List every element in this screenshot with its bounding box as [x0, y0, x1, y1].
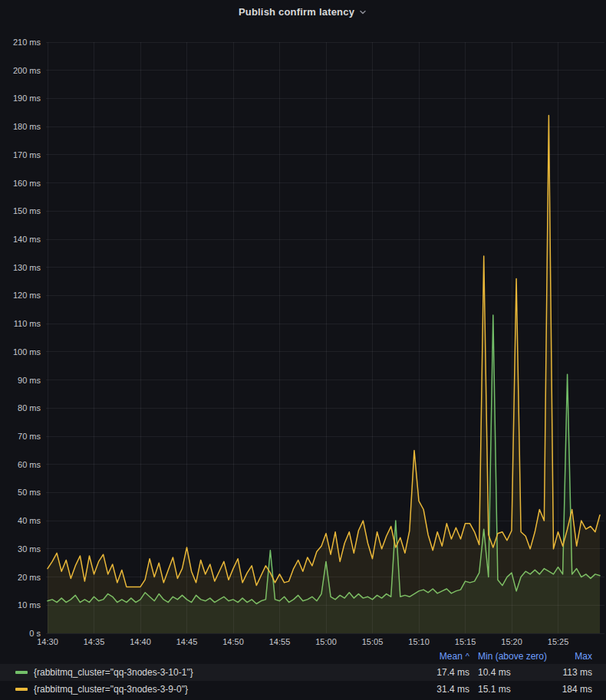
panel-title: Publish confirm latency — [239, 6, 354, 18]
legend-col-max[interactable]: Max — [556, 651, 592, 662]
y-axis-label: 150 ms — [13, 206, 41, 215]
y-axis-label: 210 ms — [13, 38, 41, 47]
x-axis-label: 15:00 — [315, 637, 337, 646]
x-axis-label: 15:15 — [455, 637, 476, 646]
y-axis-label: 180 ms — [13, 122, 41, 131]
x-axis-label: 15:10 — [408, 637, 430, 646]
series-color-swatch[interactable] — [15, 688, 28, 691]
legend-series-cell: {rabbitmq_cluster="qq-3nodes-3-9-0"} — [0, 684, 408, 695]
y-axis-label: 160 ms — [13, 179, 41, 188]
x-axis-label: 14:45 — [176, 637, 198, 646]
x-axis-label: 14:40 — [130, 637, 151, 646]
series-mean-value: 17.4 ms — [408, 667, 469, 678]
series-color-swatch[interactable] — [15, 671, 28, 674]
legend-col-mean-label: Mean — [440, 651, 463, 662]
y-axis-label: 90 ms — [18, 376, 41, 385]
legend-series-cell: {rabbitmq_cluster="qq-3nodes-3-10-1"} — [0, 667, 408, 678]
x-axis-label: 14:30 — [37, 637, 58, 646]
series-max-value: 113 ms — [556, 667, 592, 678]
legend-col-mean[interactable]: Mean^ — [408, 651, 469, 662]
y-axis-label: 130 ms — [13, 263, 41, 272]
legend-rows: {rabbitmq_cluster="qq-3nodes-3-10-1"} 17… — [0, 664, 606, 698]
x-axis-label: 14:35 — [84, 637, 105, 646]
chevron-down-icon — [358, 8, 367, 17]
panel-title-menu[interactable]: Publish confirm latency — [0, 0, 606, 23]
y-axis-label: 50 ms — [18, 488, 41, 497]
latency-time-series-chart[interactable]: 0 s10 ms20 ms30 ms40 ms50 ms60 ms70 ms80… — [0, 0, 606, 649]
legend-col-min-above-zero[interactable]: Min (above zero) — [469, 651, 556, 662]
y-axis-label: 30 ms — [18, 544, 41, 554]
legend-row: {rabbitmq_cluster="qq-3nodes-3-9-0"} 31.… — [0, 681, 606, 698]
y-axis-label: 60 ms — [18, 460, 41, 469]
x-axis-label: 15:20 — [501, 637, 522, 646]
legend-table: Mean^ Min (above zero) Max {rabbitmq_clu… — [0, 649, 606, 700]
y-axis-label: 190 ms — [13, 94, 41, 103]
y-axis-label: 80 ms — [18, 403, 41, 412]
y-axis-label: 70 ms — [18, 432, 41, 441]
series-name[interactable]: {rabbitmq_cluster="qq-3nodes-3-10-1"} — [34, 667, 193, 678]
series-area-1 — [48, 116, 600, 634]
x-axis-label: 15:05 — [362, 637, 384, 646]
grafana-panel: Publish confirm latency 0 s10 ms20 ms30 … — [0, 0, 606, 700]
x-axis-label: 14:50 — [222, 637, 244, 646]
legend-row: {rabbitmq_cluster="qq-3nodes-3-10-1"} 17… — [0, 664, 606, 681]
series-name[interactable]: {rabbitmq_cluster="qq-3nodes-3-9-0"} — [34, 684, 188, 695]
y-axis-label: 100 ms — [13, 347, 41, 357]
x-axis-label: 15:25 — [548, 637, 569, 646]
y-axis-label: 140 ms — [13, 235, 41, 244]
series-mean-value: 31.4 ms — [408, 684, 469, 695]
y-axis-label: 170 ms — [13, 150, 41, 159]
y-axis-label: 120 ms — [13, 291, 41, 300]
x-axis-label: 14:55 — [269, 637, 291, 646]
series-max-value: 184 ms — [556, 684, 592, 695]
series-min-value: 15.1 ms — [469, 684, 556, 695]
legend-col-max-label: Max — [575, 651, 592, 662]
series-min-value: 10.4 ms — [469, 667, 556, 678]
y-axis-label: 40 ms — [18, 516, 41, 525]
legend-col-min-label: Min (above zero) — [478, 651, 547, 662]
y-axis-label: 200 ms — [13, 66, 41, 75]
y-axis-label: 20 ms — [18, 573, 41, 582]
y-axis-label: 10 ms — [18, 600, 41, 610]
legend-header-row: Mean^ Min (above zero) Max — [0, 649, 606, 664]
y-axis-label: 110 ms — [14, 319, 41, 328]
